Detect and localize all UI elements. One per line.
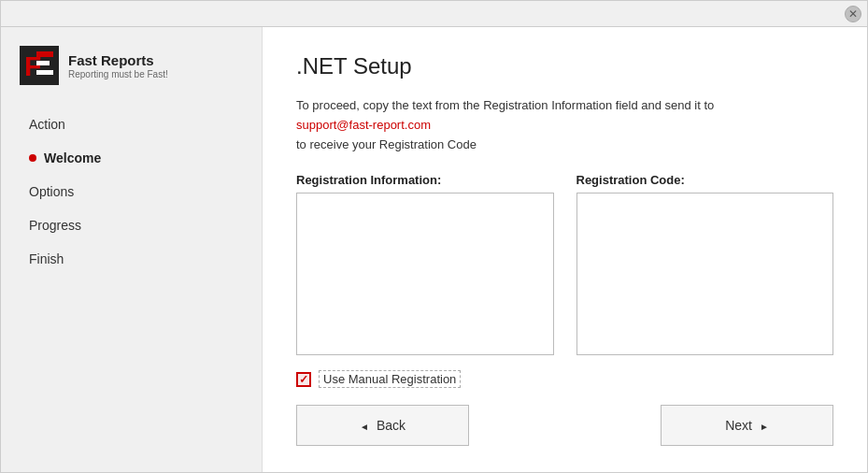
next-button-label: Next [725,418,752,433]
logo-area: F Fast Reports Reporting must be Fast! [1,46,262,108]
nav-items: Action Welcome Options Progress Finish [1,108,262,276]
svg-rect-4 [36,70,53,75]
next-button[interactable]: Next [661,405,833,446]
back-arrow-icon [360,418,369,433]
logo-title: Fast Reports [68,52,168,69]
main-content: .NET Setup To proceed, copy the text fro… [263,27,867,472]
back-button-label: Back [377,418,406,433]
sidebar-item-action-label: Action [29,117,65,132]
sidebar-item-progress-label: Progress [29,218,81,233]
reg-info-group: Registration Information: [296,173,554,355]
main-window: ✕ F Fast Reports Reporting must be Fast! [0,0,868,473]
reg-info-label: Registration Information: [296,173,554,187]
svg-rect-3 [36,61,50,65]
fields-row: Registration Information: Registration C… [296,173,833,355]
sidebar-item-options[interactable]: Options [1,175,262,208]
next-arrow-icon [760,418,769,433]
page-title: .NET Setup [296,53,833,79]
content-area: F Fast Reports Reporting must be Fast! A… [1,27,867,472]
manual-reg-checkbox[interactable]: ✓ [296,372,311,387]
description-line1: To proceed, copy the text from the Regis… [296,98,714,112]
reg-info-textarea[interactable] [296,193,554,355]
support-email[interactable]: support@fast-report.com [296,118,431,132]
logo-text: Fast Reports Reporting must be Fast! [68,52,168,79]
sidebar: F Fast Reports Reporting must be Fast! A… [1,27,263,472]
back-button[interactable]: Back [296,405,469,446]
sidebar-item-options-label: Options [29,184,74,199]
reg-code-textarea[interactable] [576,193,834,355]
description: To proceed, copy the text from the Regis… [296,96,833,154]
sidebar-item-finish-label: Finish [29,251,64,266]
fast-reports-logo-icon: F [20,46,59,85]
manual-reg-row: ✓ Use Manual Registration [296,370,833,388]
sidebar-item-welcome-label: Welcome [44,150,101,165]
description-line2: to receive your Registration Code [296,137,477,151]
manual-reg-label[interactable]: Use Manual Registration [319,370,461,388]
sidebar-item-progress[interactable]: Progress [1,208,262,242]
bullet-welcome [29,154,36,162]
sidebar-item-welcome[interactable]: Welcome [1,141,262,175]
reg-code-group: Registration Code: [576,173,834,355]
logo-subtitle: Reporting must be Fast! [68,69,168,79]
reg-code-label: Registration Code: [576,173,834,187]
close-button[interactable]: ✕ [845,6,861,22]
svg-rect-2 [36,51,53,57]
sidebar-item-finish[interactable]: Finish [1,242,262,276]
buttons-row: Back Next [296,405,833,446]
sidebar-item-action[interactable]: Action [1,108,262,141]
title-bar: ✕ [1,1,867,27]
checkmark-icon: ✓ [299,373,308,386]
